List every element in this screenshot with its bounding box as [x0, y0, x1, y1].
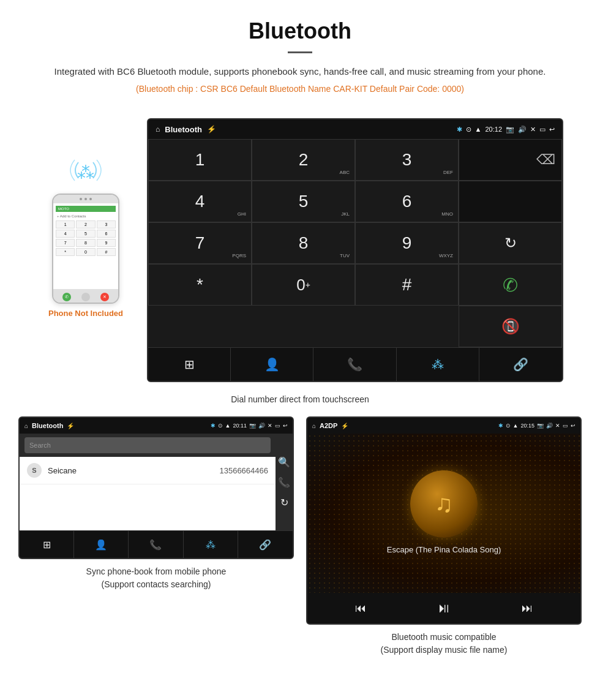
music-screen-icon[interactable]: ▭ — [563, 423, 568, 429]
pb-back-icon[interactable]: ↩ — [283, 423, 288, 429]
pb-nav-phone[interactable]: 📞 — [129, 531, 183, 558]
music-time: 20:15 — [520, 423, 534, 429]
phone-key-9: 9 — [97, 239, 116, 247]
pb-x-icon[interactable]: ✕ — [268, 423, 272, 429]
volume-icon[interactable]: 🔊 — [518, 126, 527, 134]
music-title-status: A2DP — [320, 422, 337, 429]
screen-icon[interactable]: ▭ — [539, 126, 546, 134]
phone-end-btn: ✕ — [100, 293, 109, 301]
page-title: Bluetooth — [37, 18, 563, 44]
title-divider — [288, 51, 312, 53]
pb-side-refresh-icon[interactable]: ↻ — [280, 497, 288, 508]
pb-screen-icon[interactable]: ▭ — [275, 423, 280, 429]
time-display: 20:12 — [485, 126, 502, 133]
pb-bt-icon: ✱ — [211, 423, 216, 429]
statusbar-left: ⌂ Bluetooth ⚡ — [156, 125, 216, 134]
bt-icon: ✱ — [457, 126, 462, 134]
nav-link-icon[interactable]: 🔗 — [479, 348, 562, 381]
pb-usb-icon: ⚡ — [67, 423, 74, 429]
dial-end-button[interactable]: 📵 — [459, 306, 562, 347]
home-icon[interactable]: ⌂ — [156, 125, 160, 134]
pb-content: Search S Seicane 13566664466 — [20, 434, 276, 530]
close-icon[interactable]: ✕ — [530, 126, 536, 134]
music-song-title: Escape (The Pina Colada Song) — [387, 545, 501, 554]
dial-key-1[interactable]: 1 — [148, 139, 252, 181]
dial-key-0[interactable]: 0+ — [252, 264, 355, 306]
phone-mockup: MOTO + Add to Contacts 1 2 3 4 5 6 7 8 9… — [52, 194, 119, 304]
dial-refresh[interactable]: ↻ — [459, 222, 562, 264]
music-signal-icon: ▲ — [513, 423, 519, 429]
phone-screen-header: MOTO — [56, 206, 116, 212]
back-icon[interactable]: ↩ — [549, 126, 555, 134]
nav-bt-icon[interactable]: ⁂ — [397, 348, 479, 381]
dial-call-button[interactable]: ✆ — [459, 264, 562, 306]
music-play-btn[interactable]: ⏯ — [437, 600, 451, 616]
pb-home-icon[interactable]: ⌂ — [24, 423, 28, 429]
music-prev-btn[interactable]: ⏮ — [355, 602, 366, 615]
pb-vol-icon[interactable]: 🔊 — [258, 423, 265, 429]
dial-key-7[interactable]: 7PQRS — [148, 222, 252, 264]
dial-key-3[interactable]: 3DEF — [355, 139, 459, 181]
dial-key-5[interactable]: 5JKL — [252, 181, 355, 222]
dial-key-9[interactable]: 9WXYZ — [355, 222, 459, 264]
dial-key-6[interactable]: 6MNO — [355, 181, 459, 222]
nav-phone-icon[interactable]: 📞 — [313, 348, 396, 381]
music-next-btn[interactable]: ⏭ — [522, 602, 533, 615]
music-vol-icon[interactable]: 🔊 — [546, 423, 553, 429]
music-cam-icon[interactable]: 📷 — [537, 423, 544, 429]
dial-key-8[interactable]: 8TUV — [252, 222, 355, 264]
phone-top-bar — [53, 195, 118, 203]
pb-nav-bt[interactable]: ⁂ — [184, 531, 238, 558]
main-demo: ⁂ MOTO + Add to Contacts 1 2 3 4 — [0, 106, 600, 388]
nav-contacts-icon[interactable]: 👤 — [231, 348, 313, 381]
phone-key-hash: # — [97, 248, 116, 256]
statusbar-title: Bluetooth — [165, 125, 202, 134]
phone-screen: MOTO + Add to Contacts 1 2 3 4 5 6 7 8 9… — [53, 203, 118, 289]
pb-search-bar: Search — [20, 434, 276, 457]
page-description: Integrated with BC6 Bluetooth module, su… — [37, 64, 563, 79]
dial-empty-2 — [459, 181, 562, 222]
pb-contact-avatar: S — [27, 463, 42, 478]
pb-nav-grid[interactable]: ⊞ — [20, 531, 74, 558]
pb-contact-list: S Seicane 13566664466 — [20, 457, 276, 530]
music-home-icon[interactable]: ⌂ — [312, 423, 316, 429]
music-bt-icon: ✱ — [498, 423, 503, 429]
phone-mockup-container: ⁂ MOTO + Add to Contacts 1 2 3 4 — [37, 118, 135, 318]
nav-grid-icon[interactable]: ⊞ — [148, 348, 231, 381]
signal-icon: ▲ — [475, 126, 482, 133]
pb-cam-icon[interactable]: 📷 — [249, 423, 256, 429]
music-loc-icon: ⊙ — [506, 423, 511, 429]
music-content: ♫ Escape (The Pina Colada Song) — [307, 434, 580, 593]
bt-waves-icon: ⁂ — [67, 155, 104, 189]
pb-nav-link[interactable]: 🔗 — [238, 531, 293, 558]
dial-key-star[interactable]: * — [148, 264, 252, 306]
pb-side-search-icon[interactable]: 🔍 — [278, 456, 290, 468]
dialpad-statusbar: ⌂ Bluetooth ⚡ ✱ ⊙ ▲ 20:12 📷 🔊 ✕ ▭ ↩ — [148, 119, 562, 139]
phone-key-5: 5 — [76, 230, 95, 238]
pb-search-input[interactable]: Search — [24, 437, 271, 453]
pb-contact-name[interactable]: Seicane — [48, 466, 219, 475]
dial-key-2[interactable]: 2ABC — [252, 139, 355, 181]
music-back-icon[interactable]: ↩ — [571, 423, 576, 429]
phone-add-contacts-label: + Add to Contacts — [56, 214, 116, 219]
pb-nav-contacts[interactable]: 👤 — [74, 531, 129, 558]
music-note-icon: ♫ — [435, 490, 453, 517]
music-x-icon[interactable]: ✕ — [555, 423, 560, 429]
dial-key-4[interactable]: 4GHI — [148, 181, 252, 222]
dial-key-hash[interactable]: # — [355, 264, 459, 306]
phone-home-btn — [81, 293, 90, 301]
phone-key-4: 4 — [56, 230, 75, 238]
car-dialpad-screen: ⌂ Bluetooth ⚡ ✱ ⊙ ▲ 20:12 📷 🔊 ✕ ▭ ↩ — [147, 118, 563, 382]
pb-title: Bluetooth — [32, 422, 63, 429]
phone-key-6: 6 — [97, 230, 116, 238]
music-block: ⌂ A2DP ⚡ ✱ ⊙ ▲ 20:15 📷 🔊 ✕ ▭ ↩ — [306, 416, 582, 657]
phone-key-3: 3 — [97, 220, 116, 228]
page-header: Bluetooth Integrated with BC6 Bluetooth … — [0, 0, 600, 106]
camera-icon[interactable]: 📷 — [506, 126, 514, 134]
location-icon: ⊙ — [466, 126, 471, 134]
bottom-screenshots: ⌂ Bluetooth ⚡ ✱ ⊙ ▲ 20:11 📷 🔊 ✕ ▭ ↩ — [0, 416, 600, 675]
phone-dot — [89, 198, 92, 200]
pb-side-phone-icon[interactable]: 📞 — [278, 476, 290, 488]
music-usb-icon: ⚡ — [341, 423, 348, 429]
dialpad-grid: 1 2ABC 3DEF ⌫ 4GHI 5JKL 6MNO 7PQRS 8TUV … — [148, 139, 562, 347]
